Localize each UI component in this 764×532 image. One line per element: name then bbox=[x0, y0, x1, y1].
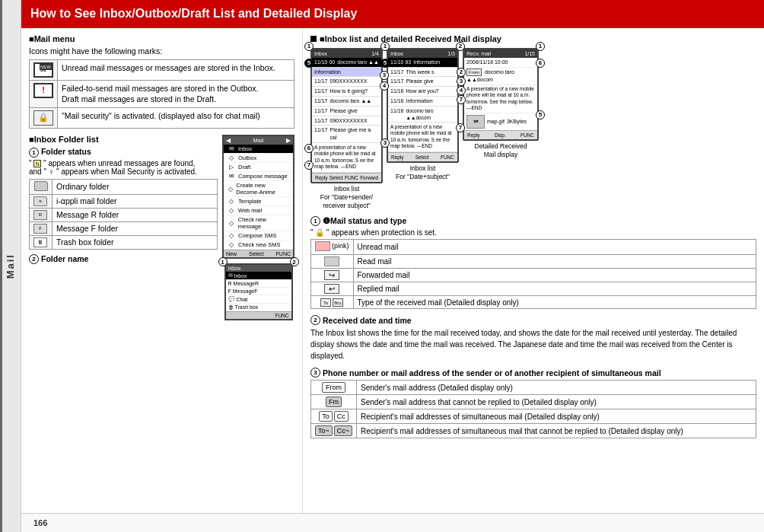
screen1-wrapper: 1 5 3 4 6 7 Inbox 1/4 11/10 00 bbox=[310, 48, 383, 210]
mms-row-checksms: ◇ Check new SMS bbox=[224, 241, 293, 250]
annot-s3-4: 4 bbox=[457, 86, 466, 95]
ds-footer: Reply Disp. FUNC bbox=[464, 130, 537, 139]
annot-s1-4: 4 bbox=[380, 81, 389, 91]
s2-header: Inbox 1/3 bbox=[388, 49, 457, 58]
sender-text-to-nr: Recipient's mail addresses of simultaneo… bbox=[357, 424, 756, 438]
ifs-row-inbox: ✉ Inbox bbox=[226, 272, 291, 280]
folder-icon-ordinary bbox=[30, 179, 53, 194]
s2-row3: 11/17 Please give bbox=[388, 77, 457, 87]
mail-menu-title: ■Mail menu bbox=[29, 34, 294, 43]
circle-2-right: 2 bbox=[310, 315, 320, 325]
screen3-container: 1 6 2 3 4 7 5 Recv. mail 1/15 2008/11/1 bbox=[463, 48, 539, 141]
annot-s2-7: 7 bbox=[456, 123, 465, 132]
screen3-wrapper: 1 6 2 3 4 7 5 Recv. mail 1/15 2008/11/1 bbox=[463, 48, 539, 159]
sender-row-to-nr: To~ Cc~ Recipient's mail addresses of si… bbox=[311, 424, 756, 438]
recv-date-title: 2 Received date and time bbox=[310, 315, 756, 325]
sender-table: From Sender's mail address (Detailed dis… bbox=[310, 380, 756, 438]
info-icon-unread: NEW ✉ bbox=[30, 59, 58, 80]
mms-row-outbox: ◇ Outbox bbox=[224, 154, 293, 163]
annot-s2-2: 2 bbox=[456, 42, 465, 51]
ifs-row-msgR: R MessageR bbox=[226, 280, 291, 288]
mail-menu-section: ■Mail menu Icons might have the followin… bbox=[29, 34, 294, 129]
gray-mail-icon bbox=[324, 256, 339, 266]
s2-row6: 11/16 docomo taro ▲▲docom bbox=[388, 107, 457, 123]
sender-text-from-nr: Sender's mail address that cannot be rep… bbox=[357, 395, 756, 409]
folder-status-title: 1 Folder status bbox=[29, 147, 218, 158]
s1-row2: 11/17 090XXXXXXXX bbox=[312, 77, 381, 87]
s1-row6: 11/17 090XXXXXXXX bbox=[312, 116, 381, 126]
folder-table: Ordinary folder α i-αppli mail folder bbox=[29, 179, 218, 250]
s2-row1: 11/10 83 Information bbox=[388, 58, 457, 68]
folder-row-msgF: F Message F folder bbox=[30, 221, 218, 235]
annot-s3-1: 1 bbox=[536, 42, 545, 51]
sender-row-to: To Cc Recipient's mail addresses of simu… bbox=[311, 409, 756, 424]
mms-row-draft: ▷ Draft bbox=[224, 163, 293, 172]
folder-row-ordinary: Ordinary folder bbox=[30, 179, 218, 194]
folder-label-msgF: Message F folder bbox=[53, 221, 218, 235]
info-row-unread: NEW ✉ Unread mail messages or messages a… bbox=[30, 59, 294, 80]
to-tilde-badge: To~ bbox=[315, 425, 333, 436]
folder-name-title: 2 Folder name bbox=[29, 254, 218, 264]
annot-s2-3: 3 bbox=[380, 139, 390, 148]
inbox-screens-row: 1 5 3 4 6 7 Inbox 1/4 11/10 00 bbox=[310, 48, 756, 210]
status-row-unread: (pink) Unread mail bbox=[311, 239, 756, 254]
info-icon-security: 🔒 bbox=[30, 108, 58, 129]
screen2-wrapper: 1 2 5 3 7 Inbox 1/3 11/10 83 I bbox=[387, 48, 459, 181]
annot-s3-2: 2 bbox=[457, 68, 466, 77]
cc-badge: Cc bbox=[334, 411, 349, 422]
mms-row-compose: ✉ Compose message bbox=[224, 172, 293, 181]
info-icon-failed: ! bbox=[30, 80, 58, 107]
screen2-caption: Inbox listFor "Date+subject" bbox=[396, 164, 450, 181]
from-badge: From bbox=[322, 382, 345, 393]
sender-icon-from: From bbox=[311, 381, 357, 395]
sender-text-to: Recipient's mail addresses of simultaneo… bbox=[357, 409, 756, 424]
annot-s1-5: 5 bbox=[304, 59, 314, 68]
s2-footer: Reply Select FUNC bbox=[388, 152, 457, 161]
status-text-unread: Unread mail bbox=[353, 239, 756, 254]
left-phone-screens: ◀ Mail ▶ ✉ Inbox ◇ Outbox bbox=[222, 135, 294, 320]
s1-row3: 11/17 How is it going? bbox=[312, 87, 381, 97]
mms-row-webmail: ◇ Web mail bbox=[224, 206, 293, 215]
s2-row2: 11/17 This week s bbox=[388, 68, 457, 78]
inbox-folder-wrapper: 1 2 Inbox ✉ Inbox R bbox=[224, 263, 293, 320]
info-row-failed: ! Failed-to-send mail messages are store… bbox=[30, 80, 294, 107]
status-row-type: To Bcc Type of the received mail (Detail… bbox=[311, 295, 756, 309]
ifs-row-msgF: F MessageF bbox=[226, 288, 291, 295]
inbox-folder-screen: Inbox ✉ Inbox R MessageR F Me bbox=[224, 263, 293, 320]
ds-img: 🗺 bbox=[466, 115, 485, 129]
status-icon-unread: (pink) bbox=[311, 239, 354, 254]
inbox-list-screen2: Inbox 1/3 11/10 83 Information 11/17 Thi… bbox=[387, 48, 459, 163]
left-main: ■Inbox Folder list 1 Folder status " N "… bbox=[29, 135, 218, 320]
mms-row-sms: ◇ Compose SMS bbox=[224, 231, 293, 241]
annot-s3-3: 3 bbox=[457, 77, 466, 86]
folder-icon-msgR: R bbox=[30, 208, 53, 221]
inbox-display-title: ■Inbox list and detailed Received Mail d… bbox=[320, 34, 501, 43]
inbox-display-header: ■Inbox list and detailed Received Mail d… bbox=[310, 34, 756, 43]
status-row-read: Read mail bbox=[311, 254, 756, 268]
inbox-list-screen1: Inbox 1/4 11/10 00 docomo taro ▲▲ Inform… bbox=[310, 48, 383, 183]
mms-footer: New Select FUNC bbox=[224, 250, 293, 257]
status-text-reply: Replied mail bbox=[353, 282, 756, 295]
forward-arrow-icon: ↪ bbox=[324, 270, 339, 280]
mail-info-table: NEW ✉ Unread mail messages or messages a… bbox=[29, 59, 294, 129]
cc-tilde-badge: Cc~ bbox=[334, 425, 352, 436]
page-header: How to See Inbox/Outbox/Draft List and D… bbox=[21, 0, 764, 28]
mail-status-title: 1 ❶Mail status and type bbox=[310, 216, 756, 226]
phone-num-section: 3 Phone number or mail address of the se… bbox=[310, 368, 756, 438]
sidebar: Mail bbox=[0, 0, 21, 532]
folder-row-msgR: R Message R folder bbox=[30, 208, 218, 221]
s1-row1: 11/10 00 docomo taro ▲▲ bbox=[312, 58, 381, 68]
to-badge: To bbox=[319, 411, 333, 422]
annot-s1-1: 1 bbox=[304, 42, 314, 51]
mail-status-section: 1 ❶Mail status and type " 🔒 " appears wh… bbox=[310, 216, 756, 310]
mms-row-template: ◇ Template bbox=[224, 197, 293, 206]
ifs-row-chat: 💬 Chat bbox=[226, 295, 291, 304]
annot-s2-5: 5 bbox=[380, 59, 390, 68]
bcc-icon: Bcc bbox=[333, 298, 343, 307]
inbox-folder-label: ■Inbox Folder list bbox=[29, 135, 99, 144]
sender-icon-to-nr: To~ Cc~ bbox=[311, 424, 357, 438]
black-square-icon bbox=[310, 36, 317, 42]
folder-label-msgR: Message R folder bbox=[53, 208, 218, 221]
pink-mail-icon bbox=[315, 241, 330, 251]
screen1-caption: Inbox listFor "Date+sender/receiver subj… bbox=[320, 185, 373, 210]
